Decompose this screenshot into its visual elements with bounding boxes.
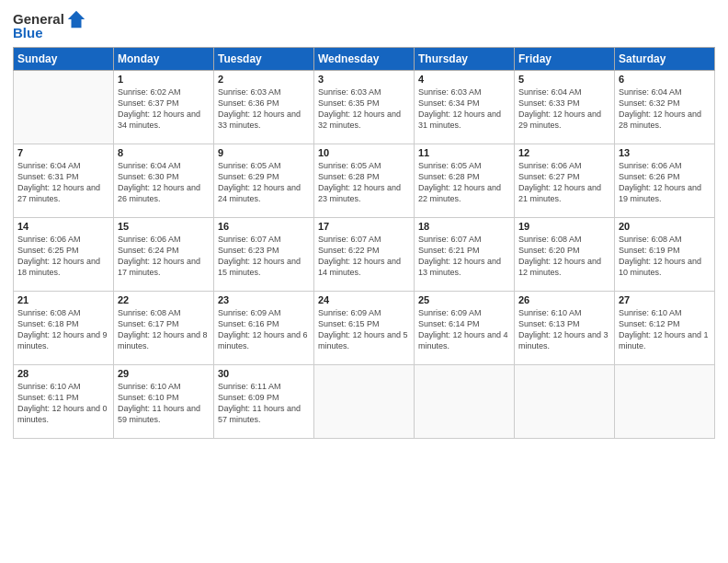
calendar-cell: 12Sunrise: 6:06 AMSunset: 6:27 PMDayligh…: [515, 144, 615, 217]
day-number: 4: [418, 74, 510, 85]
day-detail: Sunrise: 6:06 AMSunset: 6:25 PMDaylight:…: [17, 234, 109, 279]
weekday-header-sunday: Sunday: [14, 47, 114, 70]
weekday-header-tuesday: Tuesday: [214, 47, 314, 70]
weekday-header-wednesday: Wednesday: [314, 47, 415, 70]
day-number: 14: [17, 221, 109, 232]
day-detail: Sunrise: 6:05 AMSunset: 6:28 PMDaylight:…: [318, 160, 410, 205]
day-detail: Sunrise: 6:03 AMSunset: 6:35 PMDaylight:…: [318, 86, 410, 132]
calendar-cell: 1Sunrise: 6:02 AMSunset: 6:37 PMDaylight…: [114, 70, 214, 144]
calendar-cell: 11Sunrise: 6:05 AMSunset: 6:28 PMDayligh…: [415, 144, 515, 217]
calendar-cell: 17Sunrise: 6:07 AMSunset: 6:22 PMDayligh…: [314, 217, 415, 291]
day-detail: Sunrise: 6:10 AMSunset: 6:10 PMDaylight:…: [118, 381, 210, 426]
day-detail: Sunrise: 6:03 AMSunset: 6:36 PMDaylight:…: [218, 86, 310, 132]
day-detail: Sunrise: 6:05 AMSunset: 6:29 PMDaylight:…: [218, 160, 310, 205]
day-detail: Sunrise: 6:09 AMSunset: 6:16 PMDaylight:…: [218, 307, 310, 352]
calendar-cell: [14, 70, 114, 144]
day-detail: Sunrise: 6:10 AMSunset: 6:11 PMDaylight:…: [17, 381, 109, 426]
day-number: 21: [17, 294, 109, 305]
weekday-header-monday: Monday: [114, 47, 214, 70]
calendar-cell: 27Sunrise: 6:10 AMSunset: 6:12 PMDayligh…: [615, 291, 715, 364]
day-number: 29: [118, 368, 210, 379]
day-number: 23: [218, 294, 310, 305]
day-number: 6: [619, 74, 711, 85]
calendar-cell: 4Sunrise: 6:03 AMSunset: 6:34 PMDaylight…: [415, 70, 515, 144]
weekday-header-friday: Friday: [515, 47, 615, 70]
calendar-cell: [615, 364, 715, 438]
calendar-cell: 10Sunrise: 6:05 AMSunset: 6:28 PMDayligh…: [314, 144, 415, 217]
calendar-cell: 22Sunrise: 6:08 AMSunset: 6:17 PMDayligh…: [114, 291, 214, 364]
day-detail: Sunrise: 6:05 AMSunset: 6:28 PMDaylight:…: [418, 160, 510, 205]
calendar-cell: 14Sunrise: 6:06 AMSunset: 6:25 PMDayligh…: [14, 217, 114, 291]
calendar-cell: 9Sunrise: 6:05 AMSunset: 6:29 PMDaylight…: [214, 144, 314, 217]
calendar-cell: [515, 364, 615, 438]
logo: General Blue: [13, 9, 86, 41]
calendar-cell: 2Sunrise: 6:03 AMSunset: 6:36 PMDaylight…: [214, 70, 314, 144]
day-number: 9: [218, 147, 310, 158]
calendar-page: General Blue SundayMondayTuesdayWednesda…: [0, 0, 728, 563]
calendar-cell: 21Sunrise: 6:08 AMSunset: 6:18 PMDayligh…: [14, 291, 114, 364]
day-number: 16: [218, 221, 310, 232]
day-number: 2: [218, 74, 310, 85]
calendar-cell: 23Sunrise: 6:09 AMSunset: 6:16 PMDayligh…: [214, 291, 314, 364]
day-detail: Sunrise: 6:08 AMSunset: 6:17 PMDaylight:…: [118, 307, 210, 352]
week-row-5: 28Sunrise: 6:10 AMSunset: 6:11 PMDayligh…: [14, 364, 715, 438]
calendar-cell: 25Sunrise: 6:09 AMSunset: 6:14 PMDayligh…: [415, 291, 515, 364]
day-number: 11: [418, 147, 510, 158]
day-number: 7: [17, 147, 109, 158]
day-number: 25: [418, 294, 510, 305]
day-detail: Sunrise: 6:07 AMSunset: 6:21 PMDaylight:…: [418, 234, 510, 279]
weekday-header-saturday: Saturday: [615, 47, 715, 70]
day-detail: Sunrise: 6:09 AMSunset: 6:15 PMDaylight:…: [318, 307, 410, 352]
day-detail: Sunrise: 6:04 AMSunset: 6:33 PMDaylight:…: [518, 86, 610, 132]
calendar-cell: 15Sunrise: 6:06 AMSunset: 6:24 PMDayligh…: [114, 217, 214, 291]
calendar-cell: 29Sunrise: 6:10 AMSunset: 6:10 PMDayligh…: [114, 364, 214, 438]
calendar-cell: 30Sunrise: 6:11 AMSunset: 6:09 PMDayligh…: [214, 364, 314, 438]
day-detail: Sunrise: 6:04 AMSunset: 6:32 PMDaylight:…: [619, 86, 711, 132]
svg-marker-0: [68, 11, 85, 28]
day-detail: Sunrise: 6:02 AMSunset: 6:37 PMDaylight:…: [118, 86, 210, 132]
day-detail: Sunrise: 6:09 AMSunset: 6:14 PMDaylight:…: [418, 307, 510, 352]
calendar-cell: 26Sunrise: 6:10 AMSunset: 6:13 PMDayligh…: [515, 291, 615, 364]
day-number: 19: [518, 221, 610, 232]
day-number: 24: [318, 294, 410, 305]
day-detail: Sunrise: 6:07 AMSunset: 6:22 PMDaylight:…: [318, 234, 410, 279]
day-detail: Sunrise: 6:08 AMSunset: 6:20 PMDaylight:…: [518, 234, 610, 279]
day-number: 15: [118, 221, 210, 232]
calendar-cell: 5Sunrise: 6:04 AMSunset: 6:33 PMDaylight…: [515, 70, 615, 144]
calendar-cell: 19Sunrise: 6:08 AMSunset: 6:20 PMDayligh…: [515, 217, 615, 291]
day-number: 8: [118, 147, 210, 158]
day-detail: Sunrise: 6:03 AMSunset: 6:34 PMDaylight:…: [418, 86, 510, 132]
day-number: 10: [318, 147, 410, 158]
week-row-1: 1Sunrise: 6:02 AMSunset: 6:37 PMDaylight…: [14, 70, 715, 144]
logo-icon: [66, 9, 86, 29]
logo-blue: Blue: [13, 25, 43, 40]
day-number: 30: [218, 368, 310, 379]
day-number: 1: [118, 74, 210, 85]
day-detail: Sunrise: 6:07 AMSunset: 6:23 PMDaylight:…: [218, 234, 310, 279]
calendar-cell: [415, 364, 515, 438]
calendar-cell: 8Sunrise: 6:04 AMSunset: 6:30 PMDaylight…: [114, 144, 214, 217]
week-row-4: 21Sunrise: 6:08 AMSunset: 6:18 PMDayligh…: [14, 291, 715, 364]
header: General Blue: [13, 9, 715, 41]
calendar-cell: 13Sunrise: 6:06 AMSunset: 6:26 PMDayligh…: [615, 144, 715, 217]
day-number: 13: [619, 147, 711, 158]
calendar-cell: 24Sunrise: 6:09 AMSunset: 6:15 PMDayligh…: [314, 291, 415, 364]
day-number: 17: [318, 221, 410, 232]
day-number: 22: [118, 294, 210, 305]
week-row-3: 14Sunrise: 6:06 AMSunset: 6:25 PMDayligh…: [14, 217, 715, 291]
day-number: 20: [619, 221, 711, 232]
calendar-cell: 3Sunrise: 6:03 AMSunset: 6:35 PMDaylight…: [314, 70, 415, 144]
day-detail: Sunrise: 6:10 AMSunset: 6:13 PMDaylight:…: [518, 307, 610, 352]
day-detail: Sunrise: 6:08 AMSunset: 6:19 PMDaylight:…: [619, 234, 711, 279]
day-detail: Sunrise: 6:11 AMSunset: 6:09 PMDaylight:…: [218, 381, 310, 426]
weekday-header-thursday: Thursday: [415, 47, 515, 70]
calendar-cell: 7Sunrise: 6:04 AMSunset: 6:31 PMDaylight…: [14, 144, 114, 217]
day-detail: Sunrise: 6:04 AMSunset: 6:31 PMDaylight:…: [17, 160, 109, 205]
calendar-cell: [314, 364, 415, 438]
calendar-cell: 16Sunrise: 6:07 AMSunset: 6:23 PMDayligh…: [214, 217, 314, 291]
day-detail: Sunrise: 6:10 AMSunset: 6:12 PMDaylight:…: [619, 307, 711, 352]
day-number: 27: [619, 294, 711, 305]
day-number: 26: [518, 294, 610, 305]
day-detail: Sunrise: 6:06 AMSunset: 6:24 PMDaylight:…: [118, 234, 210, 279]
calendar-cell: 18Sunrise: 6:07 AMSunset: 6:21 PMDayligh…: [415, 217, 515, 291]
